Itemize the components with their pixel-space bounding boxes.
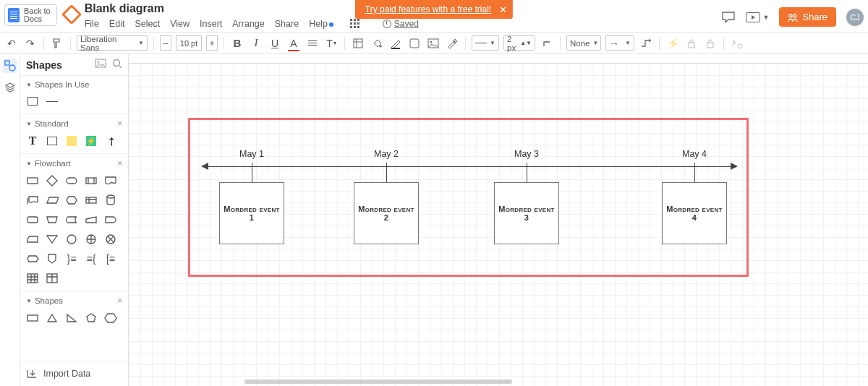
menu-insert[interactable]: Insert bbox=[200, 19, 222, 29]
trial-close-button[interactable]: ✕ bbox=[499, 4, 507, 15]
section-shapes-generic[interactable]: ▼Shapes× bbox=[20, 291, 128, 309]
menu-edit[interactable]: Edit bbox=[109, 19, 125, 29]
flow-document[interactable] bbox=[104, 174, 117, 187]
underline-button[interactable]: U bbox=[268, 36, 282, 51]
line-style-select[interactable]: ▼ bbox=[472, 35, 499, 51]
flow-bracket[interactable]: [≡ bbox=[104, 252, 117, 265]
gshape-hexagon[interactable] bbox=[104, 312, 117, 325]
flow-stored[interactable] bbox=[65, 213, 78, 226]
flash-icon[interactable]: ⚡ bbox=[665, 36, 680, 51]
section-shapes-close-icon[interactable]: × bbox=[117, 296, 122, 306]
horizontal-scrollbar[interactable] bbox=[244, 379, 512, 384]
comments-icon[interactable] bbox=[721, 12, 736, 23]
undo-button[interactable]: ↶ bbox=[4, 36, 19, 51]
trial-link[interactable]: Try paid features with a free trial! bbox=[365, 4, 491, 14]
text-color-button[interactable]: A bbox=[286, 36, 301, 51]
timeline-event-2[interactable]: Mordred event 2 bbox=[354, 182, 419, 244]
menu-file[interactable]: File bbox=[85, 19, 99, 29]
gshape-triangle[interactable] bbox=[46, 312, 59, 325]
advanced-button[interactable] bbox=[730, 36, 744, 51]
flow-decision[interactable] bbox=[46, 174, 59, 187]
flow-or[interactable] bbox=[104, 233, 117, 246]
share-button[interactable]: Share bbox=[779, 7, 836, 27]
flow-data[interactable] bbox=[46, 194, 59, 207]
section-standard-close-icon[interactable]: × bbox=[117, 119, 122, 129]
flow-database[interactable] bbox=[104, 194, 117, 207]
rail-shapes-button[interactable] bbox=[3, 59, 17, 73]
lock-button[interactable] bbox=[684, 36, 699, 51]
shape-bolt[interactable]: ⚡ bbox=[85, 134, 98, 147]
canvas[interactable]: May 1 Mordred event 1 May 2 Mordred even… bbox=[129, 63, 868, 386]
border-width-select[interactable]: 2 px▲▼ bbox=[503, 35, 535, 51]
flow-hexagon[interactable] bbox=[65, 194, 78, 207]
menu-share[interactable]: Share bbox=[275, 19, 299, 29]
section-flowchart-close-icon[interactable]: × bbox=[117, 158, 122, 168]
shape-note[interactable] bbox=[65, 134, 78, 147]
font-size-decrease-button[interactable]: – bbox=[160, 35, 171, 51]
font-size-increase-button[interactable]: + bbox=[206, 35, 218, 51]
section-flowchart[interactable]: ▼Flowchart× bbox=[20, 154, 128, 171]
fill-bucket-button[interactable] bbox=[370, 36, 384, 51]
present-button[interactable] bbox=[746, 12, 760, 22]
text-options-button[interactable]: T▾ bbox=[324, 36, 339, 51]
user-avatar[interactable]: CJ bbox=[846, 9, 864, 26]
flow-connector1[interactable] bbox=[26, 213, 39, 226]
rail-layers-button[interactable] bbox=[3, 80, 17, 95]
menu-help[interactable]: Help bbox=[309, 19, 333, 29]
flow-merge[interactable] bbox=[46, 233, 59, 246]
section-shapes-in-use[interactable]: ▼Shapes In Use bbox=[20, 76, 128, 92]
section-standard[interactable]: ▼Standard× bbox=[20, 114, 128, 132]
arrow-start-select[interactable]: None▼ bbox=[566, 35, 601, 51]
gshape-pentagon[interactable] bbox=[85, 312, 98, 325]
bold-button[interactable]: B bbox=[230, 36, 244, 51]
unlock-button[interactable] bbox=[703, 36, 718, 51]
shape-options-button[interactable] bbox=[407, 36, 422, 51]
flow-internal[interactable] bbox=[85, 194, 98, 207]
flow-brace-r[interactable]: }≡ bbox=[65, 252, 78, 265]
panel-image-icon[interactable] bbox=[95, 59, 106, 71]
shape-line[interactable] bbox=[46, 95, 59, 108]
magic-button[interactable] bbox=[445, 36, 459, 51]
panel-search-icon[interactable] bbox=[112, 59, 122, 71]
line-corner-button[interactable] bbox=[540, 36, 554, 51]
flow-connector2[interactable] bbox=[46, 213, 59, 226]
format-painter-button[interactable] bbox=[50, 36, 64, 51]
shape-arrow[interactable]: ➚ bbox=[101, 132, 119, 150]
timeline-event-1[interactable]: Mordred event 1 bbox=[219, 182, 284, 244]
flow-table1[interactable] bbox=[26, 272, 39, 285]
redo-button[interactable]: ↷ bbox=[23, 36, 38, 51]
import-data-button[interactable]: Import Data bbox=[20, 361, 128, 386]
menu-arrange[interactable]: Arrange bbox=[232, 19, 264, 29]
apps-grid-icon[interactable] bbox=[348, 17, 362, 31]
flow-display[interactable] bbox=[26, 252, 39, 265]
flow-multidoc[interactable] bbox=[26, 194, 39, 207]
flow-brace-l[interactable]: ≡{ bbox=[85, 252, 98, 265]
gshape-rect[interactable] bbox=[26, 312, 39, 325]
font-family-select[interactable]: Liberation Sans▼ bbox=[77, 35, 148, 51]
shape-text[interactable]: T bbox=[26, 134, 39, 147]
arrow-end-select[interactable]: →▼ bbox=[605, 35, 634, 51]
menu-select[interactable]: Select bbox=[135, 19, 160, 29]
timeline-event-4[interactable]: Mordred event 4 bbox=[662, 182, 727, 244]
timeline-line[interactable] bbox=[208, 166, 731, 167]
flow-table2[interactable] bbox=[46, 272, 59, 285]
back-to-docs-button[interactable]: Back to Docs bbox=[4, 4, 57, 26]
italic-button[interactable]: I bbox=[249, 36, 263, 51]
flow-delay[interactable] bbox=[104, 213, 117, 226]
align-button[interactable] bbox=[305, 36, 320, 51]
menu-view[interactable]: View bbox=[170, 19, 190, 29]
fill-color-button[interactable] bbox=[351, 36, 365, 51]
saved-status[interactable]: Saved bbox=[383, 19, 419, 29]
line-color-button[interactable] bbox=[388, 36, 403, 51]
timeline-event-3[interactable]: Mordred event 3 bbox=[494, 182, 559, 244]
shape-box[interactable] bbox=[46, 134, 59, 147]
flow-circle[interactable] bbox=[65, 233, 78, 246]
flow-terminator[interactable] bbox=[65, 174, 78, 187]
flow-predefined[interactable] bbox=[85, 174, 98, 187]
flow-sum[interactable] bbox=[85, 233, 98, 246]
flow-card[interactable] bbox=[26, 233, 39, 246]
flow-process[interactable] bbox=[26, 174, 39, 187]
gshape-rtriangle[interactable] bbox=[65, 312, 78, 325]
font-size-field[interactable]: 10 pt bbox=[176, 35, 202, 51]
image-button[interactable] bbox=[426, 36, 441, 51]
